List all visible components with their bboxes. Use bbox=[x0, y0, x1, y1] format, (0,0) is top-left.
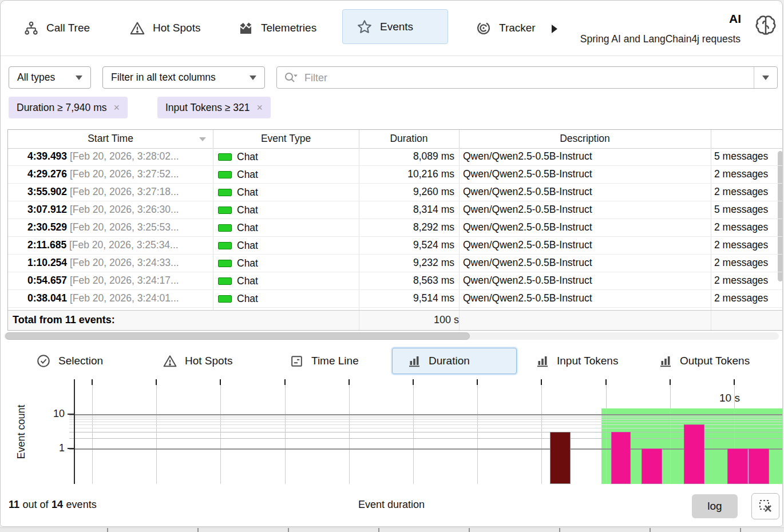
horizontal-gridline bbox=[69, 448, 783, 450]
column-header-description[interactable]: Description bbox=[459, 130, 711, 148]
filter-search-field[interactable] bbox=[276, 66, 778, 89]
chart-title: Event duration bbox=[1, 499, 782, 511]
chip-label: Input Tokens ≥ 321 bbox=[165, 102, 250, 114]
description-cell: Qwen/Qwen2.5-0.5B-Instruct bbox=[459, 184, 711, 201]
log-scale-button[interactable]: log bbox=[692, 494, 738, 518]
type-filter-dropdown[interactable]: All types bbox=[9, 66, 91, 89]
histogram-bar[interactable] bbox=[727, 448, 748, 484]
event-type-color-swatch bbox=[218, 207, 232, 214]
table-row[interactable]: 0:38.041 [Feb 20, 2026, 3:24:01...Chat9,… bbox=[8, 290, 783, 308]
table-row[interactable]: 4:39.493 [Feb 20, 2026, 3:28:02...Chat8,… bbox=[8, 148, 783, 166]
dropdown-value: Filter in all text columns bbox=[111, 72, 216, 84]
start-time-cell: 3:55.902 [Feb 20, 2026, 3:27:18... bbox=[8, 184, 213, 201]
x-axis-tick bbox=[670, 379, 671, 385]
column-header-start-time[interactable]: Start Time bbox=[8, 130, 213, 148]
tab-hot-spots[interactable]: Hot Spots bbox=[129, 1, 200, 55]
x-axis-tick bbox=[284, 379, 286, 385]
column-filter-dropdown[interactable]: Filter in all text columns bbox=[102, 66, 265, 89]
event-type-color-swatch bbox=[218, 260, 232, 267]
description-cell: Qwen/Qwen2.5-0.5B-Instruct bbox=[459, 237, 711, 254]
column-header-duration[interactable]: Duration bbox=[359, 130, 459, 148]
clear-selection-button[interactable] bbox=[751, 493, 779, 519]
remove-chip-icon[interactable]: × bbox=[256, 102, 263, 114]
column-header-event-type[interactable]: Event Type bbox=[213, 130, 359, 148]
start-time-cell: 2:11.685 [Feb 20, 2026, 3:25:34... bbox=[8, 237, 213, 254]
ai-brain-icon[interactable] bbox=[754, 13, 778, 37]
filter-chip-duration[interactable]: Duration ≥ 7,940 ms × bbox=[9, 97, 128, 118]
filter-chip-input-tokens[interactable]: Input Tokens ≥ 321 × bbox=[157, 97, 271, 118]
horizontal-gridline bbox=[69, 424, 783, 425]
circle-check-icon bbox=[36, 354, 51, 368]
chart-tab-selection[interactable]: Selection bbox=[36, 344, 103, 378]
event-type-color-swatch bbox=[218, 242, 232, 249]
histogram-bar[interactable] bbox=[611, 432, 631, 484]
duration-cell: 9,524 ms bbox=[359, 237, 459, 254]
event-type-cell: Chat bbox=[213, 255, 359, 272]
tab-telemetries[interactable]: Telemetries bbox=[238, 1, 316, 55]
description-cell: Qwen/Qwen2.5-0.5B-Instruct bbox=[459, 166, 711, 183]
histogram-icon bbox=[659, 354, 672, 368]
duration-histogram: Event count 10 1 10 s bbox=[1, 379, 783, 484]
chart-tab-label: Hot Spots bbox=[185, 355, 232, 367]
search-input[interactable] bbox=[303, 68, 758, 89]
warning-triangle-icon bbox=[163, 354, 177, 368]
y-axis-tick bbox=[68, 448, 75, 449]
tracker-spiral-icon bbox=[476, 20, 492, 36]
start-time-cell: 3:07.912 [Feb 20, 2026, 3:26:30... bbox=[8, 201, 213, 219]
more-tabs-arrow-icon[interactable] bbox=[552, 25, 558, 33]
chart-tab-time-line[interactable]: Time Line bbox=[290, 344, 359, 378]
description-cell: Qwen/Qwen2.5-0.5B-Instruct bbox=[459, 255, 711, 272]
event-type-cell: Chat bbox=[213, 166, 359, 183]
bottom-ruler bbox=[0, 527, 784, 532]
tab-call-tree[interactable]: Call Tree bbox=[23, 1, 90, 55]
table-row[interactable]: 3:07.912 [Feb 20, 2026, 3:26:30...Chat8,… bbox=[8, 201, 783, 219]
table-row[interactable]: 1:10.254 [Feb 20, 2026, 3:24:33...Chat9,… bbox=[8, 255, 783, 272]
y-axis-tick bbox=[68, 414, 75, 415]
horizontal-gridline bbox=[69, 432, 783, 432]
table-row[interactable]: 0:54.657 [Feb 20, 2026, 3:24:17...Chat8,… bbox=[8, 272, 783, 290]
table-row[interactable]: 2:11.685 [Feb 20, 2026, 3:25:34...Chat9,… bbox=[8, 237, 783, 255]
table-row[interactable]: 2:30.529 [Feb 20, 2026, 3:25:53...Chat8,… bbox=[8, 219, 783, 237]
horizontal-gridline bbox=[69, 418, 783, 418]
messages-cell: 2 messages bbox=[711, 166, 778, 183]
histogram-bar[interactable] bbox=[550, 432, 571, 484]
event-type-cell: Chat bbox=[213, 290, 359, 307]
status-bar: 11out of14events Event duration log bbox=[1, 484, 782, 527]
x-axis-tick bbox=[92, 379, 93, 385]
event-type-cell: Chat bbox=[213, 219, 359, 236]
chevron-down-icon bbox=[250, 76, 256, 80]
tab-events[interactable]: Events bbox=[342, 9, 448, 44]
histogram-bar[interactable] bbox=[684, 424, 704, 484]
tab-label: Telemetries bbox=[261, 22, 316, 34]
x-axis-tick bbox=[413, 379, 414, 385]
horizontal-scrollbar-thumb[interactable] bbox=[5, 332, 470, 340]
horizontal-gridline bbox=[69, 428, 783, 428]
tab-tracker[interactable]: Tracker bbox=[476, 1, 536, 55]
total-label: Total from 11 events: bbox=[13, 311, 115, 329]
remove-chip-icon[interactable]: × bbox=[113, 102, 120, 114]
chart-tab-label: Duration bbox=[429, 355, 470, 367]
chart-tab-hot-spots[interactable]: Hot Spots bbox=[163, 344, 232, 378]
y-tick-label: 10 bbox=[45, 408, 65, 420]
tab-label: Tracker bbox=[499, 22, 536, 34]
horizontal-scrollbar[interactable] bbox=[4, 332, 779, 340]
chart-tab-label: Input Tokens bbox=[557, 355, 618, 367]
chart-tab-duration[interactable]: Duration bbox=[392, 348, 517, 374]
messages-cell: 2 messages bbox=[711, 237, 778, 254]
horizontal-gridline bbox=[69, 438, 783, 439]
histogram-bar[interactable] bbox=[749, 448, 769, 484]
start-time-cell: 4:29.276 [Feb 20, 2026, 3:27:52... bbox=[8, 166, 213, 183]
chart-tab-output-tokens[interactable]: Output Tokens bbox=[659, 344, 750, 378]
event-type-color-swatch bbox=[218, 224, 232, 232]
histogram-bar[interactable] bbox=[642, 448, 662, 484]
table-row[interactable]: 3:55.902 [Feb 20, 2026, 3:27:18...Chat9,… bbox=[8, 184, 783, 201]
search-history-dropdown-button[interactable] bbox=[754, 67, 777, 88]
description-cell: Qwen/Qwen2.5-0.5B-Instruct bbox=[459, 272, 711, 289]
description-cell: Qwen/Qwen2.5-0.5B-Instruct bbox=[459, 290, 711, 307]
messages-cell: 5 messages bbox=[711, 148, 778, 165]
table-row[interactable]: 4:29.276 [Feb 20, 2026, 3:27:52...Chat10… bbox=[8, 166, 783, 184]
messages-cell: 2 messages bbox=[711, 272, 778, 289]
x-axis-tick bbox=[477, 379, 478, 385]
start-time-cell: 0:38.041 [Feb 20, 2026, 3:24:01... bbox=[8, 290, 213, 307]
chart-tab-input-tokens[interactable]: Input Tokens bbox=[536, 344, 618, 378]
